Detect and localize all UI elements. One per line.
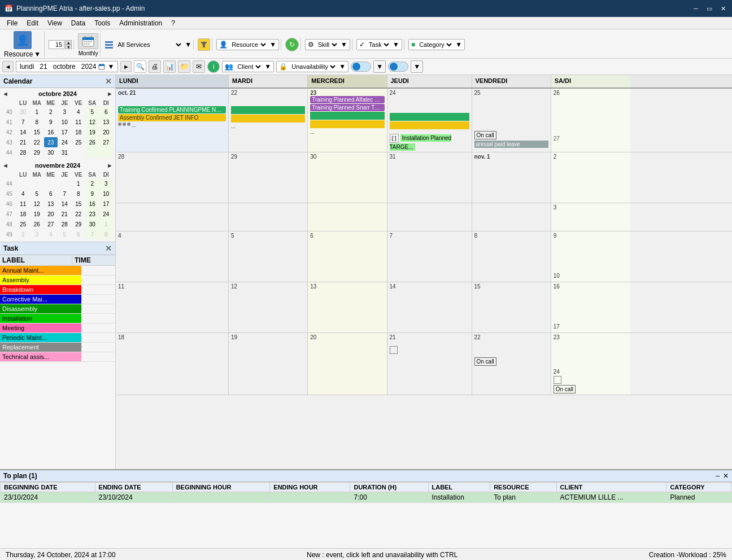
nov-dec5[interactable]: 5: [58, 229, 72, 239]
bottom-close-button[interactable]: ✕: [723, 472, 729, 480]
event-oncall-25[interactable]: On call: [474, 131, 496, 139]
spin-up[interactable]: ▲: [65, 40, 72, 45]
toggle-icon-1[interactable]: ▼: [373, 60, 386, 73]
oct-13[interactable]: 13: [99, 117, 114, 127]
num-input[interactable]: [49, 40, 64, 49]
nov-13[interactable]: 13: [44, 199, 58, 209]
nov-12[interactable]: 12: [30, 199, 44, 209]
oct-8[interactable]: 8: [30, 117, 44, 127]
nov-24-small-event[interactable]: [554, 376, 561, 384]
skill-select[interactable]: Skill: [316, 41, 339, 49]
task-list-scroll[interactable]: Annual Maint... Assembly Breakdown Corre…: [0, 266, 115, 368]
menu-help[interactable]: ?: [167, 18, 180, 28]
print-button[interactable]: 🖨: [149, 60, 161, 73]
oct-7[interactable]: 7: [16, 117, 30, 127]
all-services-dropdown[interactable]: All Services ▼: [104, 40, 191, 49]
nov-14[interactable]: 14: [58, 199, 72, 209]
menu-edit[interactable]: Edit: [22, 18, 43, 28]
nov-1[interactable]: 1: [72, 178, 86, 189]
oct-1[interactable]: 1: [30, 107, 44, 117]
nov-dec7[interactable]: 7: [85, 229, 99, 239]
nov-11[interactable]: 11: [16, 199, 30, 209]
task-technical[interactable]: Technical assis...: [0, 352, 115, 362]
oct-27[interactable]: 27: [99, 137, 114, 147]
task-installation[interactable]: Installation: [0, 314, 115, 323]
event-planningpme-nederland[interactable]: Training Confirmed PLANNINGPME NEDERLAND: [118, 106, 226, 113]
resource-filter-dropdown[interactable]: 👤 Resource ▼: [216, 39, 279, 50]
oct-19[interactable]: 19: [85, 127, 99, 137]
task-disassembly[interactable]: Disassembly: [0, 304, 115, 314]
menu-view[interactable]: View: [43, 18, 67, 28]
oct-4[interactable]: 4: [72, 107, 86, 117]
info-button[interactable]: i: [207, 60, 220, 73]
client-dropdown[interactable]: 👥 Client ▼: [222, 61, 274, 72]
todo-row-1[interactable]: 23/10/2024 23/10/2024 7:00 Installation …: [1, 492, 732, 503]
event-snarr[interactable]: Training Planned Snarr Technologies: [310, 104, 384, 111]
nov-2[interactable]: 2: [85, 178, 99, 189]
oct-24[interactable]: 24: [58, 137, 72, 147]
oct-31[interactable]: 31: [58, 147, 72, 158]
nov-dec4[interactable]: 4: [44, 229, 58, 239]
oct-26[interactable]: 26: [85, 137, 99, 147]
event-jetinfo-thu[interactable]: [390, 121, 469, 129]
oct-29[interactable]: 29: [30, 147, 44, 158]
task-select[interactable]: Task: [367, 41, 391, 49]
nov-dec1[interactable]: 1: [99, 219, 114, 229]
event-jet-info[interactable]: Assembly Confirmed JET INFO: [118, 114, 226, 121]
oct-22[interactable]: 22: [30, 137, 44, 147]
oct-23-today[interactable]: 23: [44, 137, 58, 147]
menu-file[interactable]: File: [2, 18, 22, 28]
prev-nav-button[interactable]: ◄: [2, 61, 14, 72]
refresh-button[interactable]: ↻: [285, 38, 299, 51]
november-next-button[interactable]: ►: [107, 162, 113, 169]
nov-30[interactable]: 30: [85, 219, 99, 229]
unavailability-select[interactable]: Unavailability: [289, 63, 337, 71]
task-replacement[interactable]: Replacement: [0, 343, 115, 352]
oct-30[interactable]: 30: [16, 107, 30, 117]
nov-21-small-event[interactable]: [390, 346, 398, 354]
event-annual-leave-25[interactable]: annual paid leave: [474, 141, 548, 148]
nov-29[interactable]: 29: [72, 219, 86, 229]
toggle-icon-2[interactable]: ▼: [411, 60, 423, 73]
oct-16[interactable]: 16: [44, 127, 58, 137]
event-installation-target-label[interactable]: Installation Planned TARGE...: [390, 134, 452, 151]
unavailability-dropdown[interactable]: 🔒 Unavailability ▼: [276, 61, 348, 72]
oct-28[interactable]: 28: [16, 147, 30, 158]
weeks-scroll[interactable]: oct. 21 Training Confirmed PLANNINGPME N…: [116, 89, 732, 469]
close-button[interactable]: ✕: [718, 4, 727, 13]
menu-admin[interactable]: Administration: [115, 18, 167, 28]
oct-9[interactable]: 9: [44, 117, 58, 127]
nov-4[interactable]: 4: [16, 189, 30, 199]
export2-button[interactable]: 📁: [178, 60, 190, 73]
oct-3[interactable]: 3: [58, 107, 72, 117]
event-nederland-wed[interactable]: [310, 112, 384, 120]
nov-20[interactable]: 20: [44, 209, 58, 219]
nov-19[interactable]: 19: [30, 209, 44, 219]
nov-17[interactable]: 17: [99, 199, 114, 209]
calendar-view-icon[interactable]: [78, 33, 98, 49]
task-dropdown[interactable]: ✓ Task ▼: [356, 39, 402, 50]
search-button[interactable]: 🔍: [134, 60, 146, 73]
toggle-button-1[interactable]: [351, 62, 371, 72]
services-select[interactable]: All Services: [115, 41, 183, 49]
nov-27[interactable]: 27: [44, 219, 58, 229]
nov-24-oncall[interactable]: On call: [554, 385, 576, 393]
nov-23[interactable]: 23: [85, 209, 99, 219]
maximize-button[interactable]: ▭: [705, 4, 714, 13]
filter-button[interactable]: [198, 38, 210, 51]
resource-dropdown-arrow[interactable]: ▼: [34, 50, 41, 58]
calendar-close-button[interactable]: ✕: [105, 77, 112, 86]
task-close-button[interactable]: ✕: [105, 244, 112, 253]
oct-30[interactable]: 30: [44, 147, 58, 158]
nov-15[interactable]: 15: [72, 199, 86, 209]
menu-data[interactable]: Data: [67, 18, 90, 28]
category-dropdown[interactable]: ■ Category ▼: [408, 39, 465, 50]
task-periodic[interactable]: Periodic Maint...: [0, 333, 115, 343]
next-nav-button[interactable]: ►: [120, 61, 132, 72]
nov-10[interactable]: 10: [99, 189, 114, 199]
date-dropdown-arrow[interactable]: ▼: [107, 63, 114, 71]
oct-5[interactable]: 5: [85, 107, 99, 117]
nov-dec3[interactable]: 3: [30, 229, 44, 239]
bottom-table-scroll[interactable]: BEGINNING DATE ENDING DATE BEGINNING HOU…: [0, 482, 732, 503]
oct-14[interactable]: 14: [16, 127, 30, 137]
